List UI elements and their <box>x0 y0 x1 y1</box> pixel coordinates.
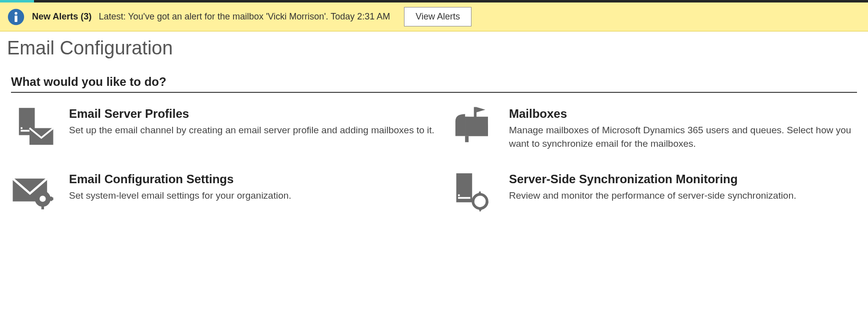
tile-grid: Email Server Profiles Set up the email c… <box>0 93 868 212</box>
tile-title: Email Server Profiles <box>69 107 434 121</box>
svg-rect-25 <box>458 197 470 199</box>
svg-rect-11 <box>465 136 468 142</box>
tile-title: Mailboxes <box>509 107 857 121</box>
svg-rect-15 <box>42 205 44 210</box>
svg-rect-2 <box>14 15 17 22</box>
info-icon <box>7 8 25 26</box>
tile-email-server-profiles[interactable]: Email Server Profiles Set up the email c… <box>11 107 436 150</box>
svg-marker-26 <box>478 209 483 212</box>
section-heading: What would you like to do? <box>11 75 857 93</box>
alerts-count: New Alerts (3) <box>32 11 92 22</box>
svg-rect-4 <box>20 127 22 129</box>
tile-desc: Set system-level email settings for your… <box>69 189 292 203</box>
mailbox-icon <box>451 107 495 147</box>
page-title: Email Configuration <box>0 31 868 70</box>
tile-mailboxes[interactable]: Mailboxes Manage mailboxes of Microsoft … <box>451 107 857 150</box>
svg-rect-24 <box>458 195 460 197</box>
alerts-latest: Latest: You've got an alert for the mail… <box>98 11 390 22</box>
alerts-banner: New Alerts (3) Latest: You've got an ale… <box>0 2 868 31</box>
svg-marker-27 <box>478 191 482 195</box>
server-sync-icon <box>451 172 495 212</box>
svg-point-1 <box>14 12 17 14</box>
tile-desc: Manage mailboxes of Microsoft Dynamics 3… <box>509 124 857 150</box>
tile-desc: Review and monitor the performance of se… <box>509 189 796 203</box>
svg-marker-8 <box>476 107 486 112</box>
server-envelope-icon <box>11 107 55 147</box>
tile-email-config-settings[interactable]: Email Configuration Settings Set system-… <box>11 172 436 212</box>
tile-title: Server-Side Synchronization Monitoring <box>509 172 796 186</box>
envelope-gear-icon <box>11 172 55 212</box>
tile-title: Email Configuration Settings <box>69 172 292 186</box>
view-alerts-button[interactable]: View Alerts <box>404 7 472 26</box>
svg-rect-14 <box>42 188 44 193</box>
svg-point-22 <box>40 196 46 202</box>
tile-desc: Set up the email channel by creating an … <box>69 124 434 137</box>
tile-server-side-sync[interactable]: Server-Side Synchronization Monitoring R… <box>451 172 857 212</box>
